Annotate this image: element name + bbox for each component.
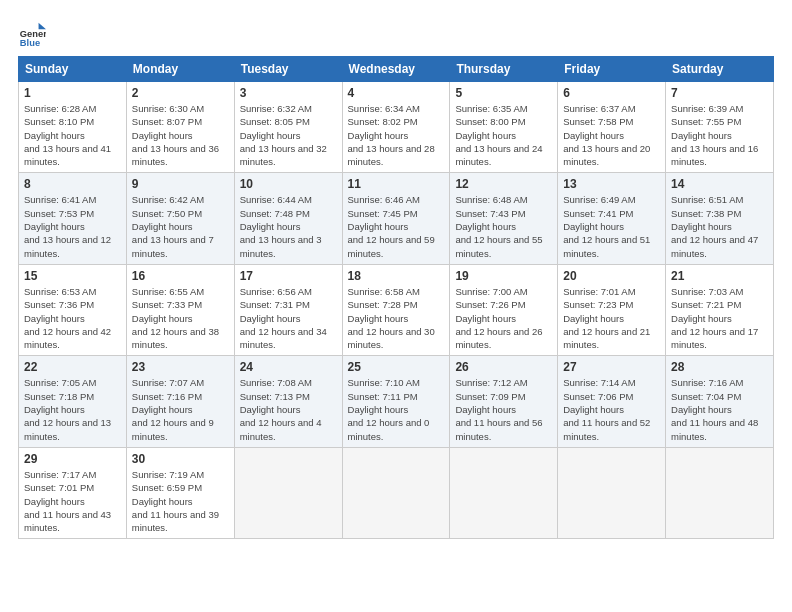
logo-icon: General Blue (18, 18, 46, 46)
day-number: 9 (132, 177, 229, 191)
day-info: Sunrise: 7:19 AMSunset: 6:59 PMDaylight … (132, 469, 219, 533)
day-number: 22 (24, 360, 121, 374)
day-info: Sunrise: 6:39 AMSunset: 7:55 PMDaylight … (671, 103, 758, 167)
day-info: Sunrise: 6:49 AMSunset: 7:41 PMDaylight … (563, 194, 650, 258)
calendar-week-row: 29 Sunrise: 7:17 AMSunset: 7:01 PMDaylig… (19, 447, 774, 538)
calendar-cell: 25 Sunrise: 7:10 AMSunset: 7:11 PMDaylig… (342, 356, 450, 447)
day-header-wednesday: Wednesday (342, 57, 450, 82)
calendar-cell: 1 Sunrise: 6:28 AMSunset: 8:10 PMDayligh… (19, 82, 127, 173)
day-number: 13 (563, 177, 660, 191)
calendar-cell: 8 Sunrise: 6:41 AMSunset: 7:53 PMDayligh… (19, 173, 127, 264)
calendar-week-row: 22 Sunrise: 7:05 AMSunset: 7:18 PMDaylig… (19, 356, 774, 447)
calendar-week-row: 15 Sunrise: 6:53 AMSunset: 7:36 PMDaylig… (19, 264, 774, 355)
day-number: 4 (348, 86, 445, 100)
calendar-cell (666, 447, 774, 538)
day-number: 6 (563, 86, 660, 100)
day-info: Sunrise: 6:35 AMSunset: 8:00 PMDaylight … (455, 103, 542, 167)
day-info: Sunrise: 7:00 AMSunset: 7:26 PMDaylight … (455, 286, 542, 350)
day-number: 3 (240, 86, 337, 100)
calendar-cell: 29 Sunrise: 7:17 AMSunset: 7:01 PMDaylig… (19, 447, 127, 538)
calendar-cell: 23 Sunrise: 7:07 AMSunset: 7:16 PMDaylig… (126, 356, 234, 447)
day-number: 26 (455, 360, 552, 374)
day-header-monday: Monday (126, 57, 234, 82)
day-info: Sunrise: 7:16 AMSunset: 7:04 PMDaylight … (671, 377, 758, 441)
day-number: 12 (455, 177, 552, 191)
calendar-body: 1 Sunrise: 6:28 AMSunset: 8:10 PMDayligh… (19, 82, 774, 539)
day-info: Sunrise: 7:01 AMSunset: 7:23 PMDaylight … (563, 286, 650, 350)
calendar-cell: 30 Sunrise: 7:19 AMSunset: 6:59 PMDaylig… (126, 447, 234, 538)
day-info: Sunrise: 7:05 AMSunset: 7:18 PMDaylight … (24, 377, 111, 441)
calendar-cell: 24 Sunrise: 7:08 AMSunset: 7:13 PMDaylig… (234, 356, 342, 447)
day-number: 27 (563, 360, 660, 374)
day-header-friday: Friday (558, 57, 666, 82)
day-number: 5 (455, 86, 552, 100)
day-number: 25 (348, 360, 445, 374)
svg-text:Blue: Blue (20, 38, 40, 46)
calendar-cell: 18 Sunrise: 6:58 AMSunset: 7:28 PMDaylig… (342, 264, 450, 355)
day-number: 17 (240, 269, 337, 283)
day-info: Sunrise: 6:30 AMSunset: 8:07 PMDaylight … (132, 103, 219, 167)
calendar-cell (234, 447, 342, 538)
day-info: Sunrise: 7:17 AMSunset: 7:01 PMDaylight … (24, 469, 111, 533)
day-number: 24 (240, 360, 337, 374)
calendar-cell: 2 Sunrise: 6:30 AMSunset: 8:07 PMDayligh… (126, 82, 234, 173)
day-header-saturday: Saturday (666, 57, 774, 82)
day-number: 2 (132, 86, 229, 100)
day-number: 20 (563, 269, 660, 283)
day-info: Sunrise: 7:03 AMSunset: 7:21 PMDaylight … (671, 286, 758, 350)
calendar-cell (450, 447, 558, 538)
day-number: 7 (671, 86, 768, 100)
day-info: Sunrise: 6:55 AMSunset: 7:33 PMDaylight … (132, 286, 219, 350)
calendar-cell: 22 Sunrise: 7:05 AMSunset: 7:18 PMDaylig… (19, 356, 127, 447)
day-info: Sunrise: 6:56 AMSunset: 7:31 PMDaylight … (240, 286, 327, 350)
calendar-cell: 14 Sunrise: 6:51 AMSunset: 7:38 PMDaylig… (666, 173, 774, 264)
day-number: 21 (671, 269, 768, 283)
calendar-cell: 17 Sunrise: 6:56 AMSunset: 7:31 PMDaylig… (234, 264, 342, 355)
day-header-thursday: Thursday (450, 57, 558, 82)
calendar-cell: 5 Sunrise: 6:35 AMSunset: 8:00 PMDayligh… (450, 82, 558, 173)
day-info: Sunrise: 6:58 AMSunset: 7:28 PMDaylight … (348, 286, 435, 350)
calendar-cell: 20 Sunrise: 7:01 AMSunset: 7:23 PMDaylig… (558, 264, 666, 355)
day-number: 28 (671, 360, 768, 374)
day-info: Sunrise: 6:41 AMSunset: 7:53 PMDaylight … (24, 194, 111, 258)
calendar-cell: 12 Sunrise: 6:48 AMSunset: 7:43 PMDaylig… (450, 173, 558, 264)
day-info: Sunrise: 6:34 AMSunset: 8:02 PMDaylight … (348, 103, 435, 167)
calendar-cell: 21 Sunrise: 7:03 AMSunset: 7:21 PMDaylig… (666, 264, 774, 355)
calendar-cell: 28 Sunrise: 7:16 AMSunset: 7:04 PMDaylig… (666, 356, 774, 447)
calendar-cell: 6 Sunrise: 6:37 AMSunset: 7:58 PMDayligh… (558, 82, 666, 173)
day-info: Sunrise: 7:12 AMSunset: 7:09 PMDaylight … (455, 377, 542, 441)
logo: General Blue (18, 18, 50, 46)
calendar-table: SundayMondayTuesdayWednesdayThursdayFrid… (18, 56, 774, 539)
calendar-cell (342, 447, 450, 538)
day-info: Sunrise: 6:46 AMSunset: 7:45 PMDaylight … (348, 194, 435, 258)
day-number: 18 (348, 269, 445, 283)
day-info: Sunrise: 7:08 AMSunset: 7:13 PMDaylight … (240, 377, 322, 441)
calendar-cell: 27 Sunrise: 7:14 AMSunset: 7:06 PMDaylig… (558, 356, 666, 447)
day-number: 29 (24, 452, 121, 466)
day-number: 19 (455, 269, 552, 283)
calendar-week-row: 8 Sunrise: 6:41 AMSunset: 7:53 PMDayligh… (19, 173, 774, 264)
day-number: 15 (24, 269, 121, 283)
day-number: 16 (132, 269, 229, 283)
day-info: Sunrise: 7:07 AMSunset: 7:16 PMDaylight … (132, 377, 214, 441)
calendar-cell: 4 Sunrise: 6:34 AMSunset: 8:02 PMDayligh… (342, 82, 450, 173)
day-info: Sunrise: 6:51 AMSunset: 7:38 PMDaylight … (671, 194, 758, 258)
calendar-cell: 15 Sunrise: 6:53 AMSunset: 7:36 PMDaylig… (19, 264, 127, 355)
calendar-cell: 13 Sunrise: 6:49 AMSunset: 7:41 PMDaylig… (558, 173, 666, 264)
calendar-cell: 10 Sunrise: 6:44 AMSunset: 7:48 PMDaylig… (234, 173, 342, 264)
calendar-cell: 26 Sunrise: 7:12 AMSunset: 7:09 PMDaylig… (450, 356, 558, 447)
day-info: Sunrise: 6:44 AMSunset: 7:48 PMDaylight … (240, 194, 322, 258)
calendar-cell: 7 Sunrise: 6:39 AMSunset: 7:55 PMDayligh… (666, 82, 774, 173)
svg-marker-2 (39, 23, 46, 30)
day-info: Sunrise: 6:32 AMSunset: 8:05 PMDaylight … (240, 103, 327, 167)
day-info: Sunrise: 6:28 AMSunset: 8:10 PMDaylight … (24, 103, 111, 167)
day-header-sunday: Sunday (19, 57, 127, 82)
day-number: 10 (240, 177, 337, 191)
day-info: Sunrise: 7:14 AMSunset: 7:06 PMDaylight … (563, 377, 650, 441)
day-number: 30 (132, 452, 229, 466)
day-number: 11 (348, 177, 445, 191)
calendar-cell: 3 Sunrise: 6:32 AMSunset: 8:05 PMDayligh… (234, 82, 342, 173)
calendar-cell (558, 447, 666, 538)
day-info: Sunrise: 7:10 AMSunset: 7:11 PMDaylight … (348, 377, 430, 441)
calendar-cell: 9 Sunrise: 6:42 AMSunset: 7:50 PMDayligh… (126, 173, 234, 264)
